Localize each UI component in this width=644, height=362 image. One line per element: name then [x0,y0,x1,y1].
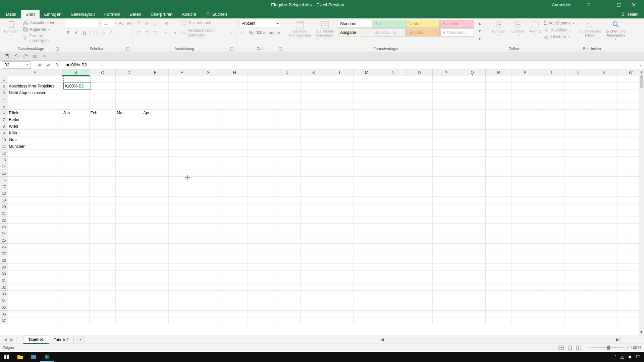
cell[interactable] [538,89,565,96]
cell[interactable] [512,250,538,257]
cell[interactable] [116,96,142,103]
cell[interactable] [538,183,565,190]
cell[interactable] [380,163,407,170]
cell[interactable] [62,297,90,304]
cell[interactable] [248,177,274,183]
cell[interactable] [354,277,380,284]
cell[interactable] [433,163,459,170]
dialog-launcher-icon[interactable] [230,47,233,51]
cell[interactable] [116,163,142,170]
cell[interactable] [538,190,565,197]
row-header[interactable]: 31 [0,277,8,284]
cell[interactable] [248,297,274,304]
styles-scroll-down-icon[interactable]: ▼ [476,27,483,35]
cell[interactable] [486,304,512,311]
cell[interactable] [433,183,459,190]
cell[interactable] [116,116,142,123]
cell[interactable] [591,264,618,270]
cell[interactable] [591,157,618,163]
cell[interactable] [459,210,486,217]
fill-button[interactable]: Ausfüllen▼ [543,27,576,33]
cell[interactable] [380,89,407,96]
cell[interactable] [486,190,512,197]
cell[interactable] [195,110,222,116]
cell[interactable] [380,284,407,291]
cell[interactable] [301,250,327,257]
cell[interactable] [565,210,591,217]
cell[interactable] [248,136,274,143]
zoom-out-button[interactable]: − [587,346,589,350]
cell[interactable] [301,89,327,96]
cell[interactable] [406,203,433,210]
cell[interactable] [591,297,618,304]
cell[interactable] [512,170,538,177]
cell[interactable] [565,244,591,250]
row-header[interactable]: 8 [0,123,8,130]
cell[interactable] [221,123,248,130]
cell[interactable] [62,190,90,197]
cell[interactable] [116,183,142,190]
cell[interactable] [512,177,538,183]
cell[interactable] [354,311,380,317]
cell[interactable] [195,130,222,136]
cell[interactable] [459,237,486,244]
italic-button[interactable]: K [73,29,80,37]
cell[interactable] [62,150,90,157]
cell[interactable] [459,163,486,170]
cell[interactable] [274,183,301,190]
cell[interactable] [327,237,354,244]
scroll-right-icon[interactable]: ▶ [615,337,620,342]
cell[interactable] [433,230,459,237]
cell[interactable] [169,210,195,217]
cell[interactable] [354,83,380,89]
cell[interactable] [116,190,142,197]
cell[interactable] [248,230,274,237]
cell[interactable] [433,89,459,96]
tray-volume-icon[interactable] [628,355,633,359]
cell[interactable] [486,170,512,177]
cell[interactable] [248,264,274,270]
cell[interactable] [248,183,274,190]
cell[interactable] [90,116,116,123]
cell[interactable] [433,217,459,224]
cell[interactable] [90,311,116,317]
cell[interactable] [538,123,565,130]
cell[interactable] [301,264,327,270]
cell[interactable] [354,157,380,163]
cell[interactable] [301,197,327,203]
row-header[interactable]: 26 [0,244,8,250]
decrease-decimal-icon[interactable]: .00→.0 [271,29,279,37]
cell[interactable] [591,257,618,264]
cell[interactable] [512,317,538,324]
cell[interactable] [459,203,486,210]
cell[interactable] [169,230,195,237]
cell[interactable] [433,76,459,83]
cell[interactable] [116,284,142,291]
cell[interactable] [248,190,274,197]
format-as-table-button[interactable]: Als Tabelle formatieren▼ [314,20,336,41]
cell[interactable] [169,284,195,291]
row-header[interactable]: 30 [0,270,8,277]
find-select-button[interactable]: Suchen und Auswählen▼ [604,20,627,41]
column-header[interactable]: O [407,69,433,76]
cell[interactable] [406,230,433,237]
cell[interactable] [512,264,538,270]
cell[interactable] [433,177,459,183]
cell[interactable] [354,130,380,136]
cell[interactable] [354,76,380,83]
cell[interactable] [565,224,591,230]
cell[interactable]: Köln [8,130,62,136]
cell[interactable] [406,237,433,244]
cell[interactable] [248,197,274,203]
row-header[interactable]: 18 [0,190,8,197]
taskbar-app-icon[interactable] [27,352,40,362]
cell[interactable] [565,291,591,297]
row-header[interactable]: 22 [0,217,8,224]
cell[interactable] [459,250,486,257]
cell[interactable] [301,103,327,110]
cell[interactable] [591,96,618,103]
cell[interactable] [354,297,380,304]
cell[interactable] [406,297,433,304]
cell[interactable] [8,244,62,250]
cell[interactable] [169,183,195,190]
